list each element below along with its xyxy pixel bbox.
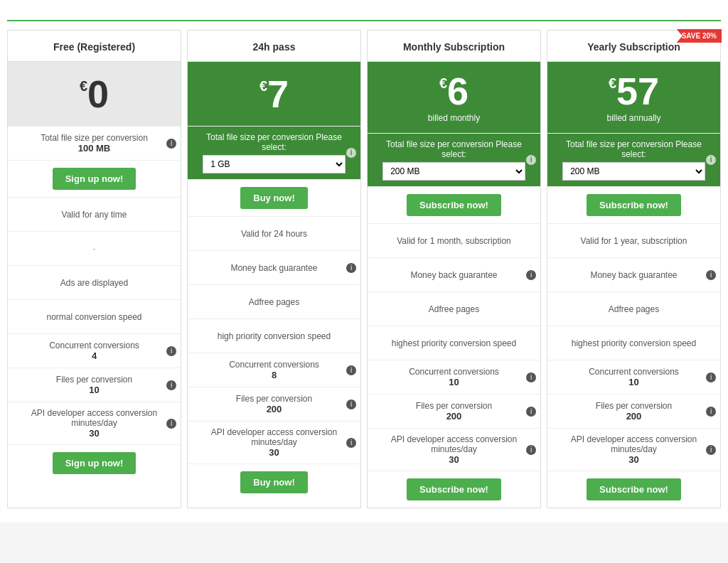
file-size-row-free: Total file size per conversioni100 MB (8, 126, 181, 160)
plan-card-24h: 24h pass€7Total file size per conversion… (187, 30, 361, 508)
price-box-yearly: €57billed annually (547, 62, 720, 133)
price-box-24h: €7 (188, 62, 360, 126)
adfree-row-free: Ads are displayed (8, 265, 181, 299)
btn-top-monthly[interactable]: Subscribe now! (407, 194, 501, 216)
concurrent-info-icon-24h[interactable]: i (346, 365, 356, 375)
api-info-icon-24h[interactable]: i (346, 438, 356, 448)
validity-row-24h: Valid for 24 hours (188, 216, 360, 250)
files-row-yearly: Files per conversion200i (547, 394, 720, 428)
concurrent-value-free: 4 (92, 350, 97, 361)
api-info-icon-yearly[interactable]: i (706, 445, 716, 455)
btn-bottom-24h[interactable]: Buy now! (240, 471, 308, 493)
concurrent-value-yearly: 10 (628, 377, 638, 387)
speed-row-free: normal conversion speed (8, 299, 181, 333)
price-main-monthly: €6 (439, 72, 469, 110)
btn-row-top-24h: Buy now! (188, 179, 360, 216)
concurrent-info-icon-monthly[interactable]: i (526, 372, 536, 382)
money-back-row-yearly: Money back guaranteei (547, 257, 720, 291)
money-back-info-icon-monthly[interactable]: i (526, 270, 536, 280)
api-value-monthly: 30 (449, 454, 459, 465)
files-value-yearly: 200 (626, 411, 642, 422)
file-size-info-icon-yearly[interactable]: i (706, 155, 716, 165)
file-size-label-free: Total file size per conversion (41, 133, 148, 143)
adfree-row-monthly: Adfree pages (368, 291, 540, 326)
files-label-monthly: Files per conversion (416, 401, 492, 411)
files-value-free: 10 (89, 385, 99, 395)
speed-text-yearly: highest priority conversion speed (572, 338, 696, 348)
btn-bottom-monthly[interactable]: Subscribe now! (407, 478, 501, 500)
btn-row-top-monthly: Subscribe now! (368, 186, 540, 223)
api-label-free: API developer access conversion minutes/… (15, 408, 173, 428)
file-size-label-24h: Total file size per conversion Please se… (195, 132, 353, 152)
api-value-yearly: 30 (628, 454, 638, 465)
api-info-icon-monthly[interactable]: i (526, 445, 536, 455)
files-label-free: Files per conversion (56, 375, 132, 385)
money-back-info-icon-24h[interactable]: i (346, 263, 356, 273)
price-currency-24h: € (259, 79, 267, 93)
concurrent-row-monthly: Concurrent conversions10i (368, 360, 540, 394)
price-sub-yearly: billed annually (606, 113, 660, 123)
adfree-row-yearly: Adfree pages (547, 291, 720, 326)
btn-row-top-yearly: Subscribe now! (547, 186, 720, 223)
file-size-select-monthly[interactable]: 200 MB (382, 162, 525, 181)
plans-grid: Free (Registered)€0Total file size per c… (7, 30, 721, 508)
money-back-info-icon-yearly[interactable]: i (706, 270, 716, 280)
concurrent-info-icon-yearly[interactable]: i (706, 372, 716, 382)
file-size-info-icon-24h[interactable]: i (346, 148, 356, 158)
price-main-yearly: €57 (609, 72, 659, 110)
save-badge: SAVE 20% (677, 29, 722, 43)
btn-top-yearly[interactable]: Subscribe now! (587, 194, 681, 216)
file-size-select-yearly[interactable]: 200 MB (562, 162, 705, 181)
file-size-select-24h[interactable]: 1 GB (203, 155, 346, 173)
file-size-label-yearly: Total file size per conversion Please se… (555, 139, 713, 159)
concurrent-info-icon-free[interactable]: i (166, 346, 176, 356)
files-info-icon-24h[interactable]: i (346, 400, 356, 409)
btn-row-bottom-monthly: Subscribe now! (368, 471, 540, 508)
api-label-yearly: API developer access conversion minutes/… (555, 434, 713, 454)
file-size-row-monthly: Total file size per conversion Please se… (368, 133, 540, 186)
price-main-24h: €7 (259, 75, 289, 113)
file-size-row-24h: Total file size per conversion Please se… (188, 126, 360, 179)
file-size-info-icon-monthly[interactable]: i (526, 155, 536, 165)
adfree-row-24h: Adfree pages (188, 284, 360, 318)
api-label-24h: API developer access conversion minutes/… (195, 427, 353, 447)
api-value-free: 30 (89, 428, 99, 439)
file-size-info-icon-free[interactable]: i (166, 139, 176, 149)
files-label-24h: Files per conversion (236, 394, 312, 404)
plan-card-monthly: Monthly Subscription€6billed monthlyTota… (367, 30, 541, 508)
api-info-icon-free[interactable]: i (166, 419, 176, 429)
file-size-value-free: 100 MB (78, 143, 111, 154)
price-box-free: €0 (8, 62, 181, 126)
concurrent-label-free: Concurrent conversions (49, 341, 139, 350)
files-label-yearly: Files per conversion (596, 401, 672, 411)
concurrent-value-24h: 8 (272, 370, 277, 380)
btn-top-24h[interactable]: Buy now! (240, 187, 308, 209)
money-back-text-24h: Money back guarantee (230, 263, 317, 273)
validity-text-yearly: Valid for 1 year, subscription (581, 236, 687, 246)
btn-bottom-free[interactable]: Sign up now! (53, 452, 136, 474)
money-back-text-free: - (93, 244, 96, 254)
speed-row-24h: high priority conversion speed (188, 318, 360, 353)
concurrent-row-24h: Concurrent conversions8i (188, 353, 360, 387)
price-sub-monthly: billed monthly (428, 113, 480, 123)
concurrent-value-monthly: 10 (449, 377, 459, 387)
concurrent-label-monthly: Concurrent conversions (409, 367, 499, 377)
btn-bottom-yearly[interactable]: Subscribe now! (587, 478, 681, 500)
speed-text-free: normal conversion speed (46, 312, 141, 322)
money-back-row-free: - (8, 231, 181, 265)
adfree-text-free: Ads are displayed (60, 278, 128, 288)
btn-top-free[interactable]: Sign up now! (53, 168, 136, 190)
price-currency-free: € (80, 79, 87, 93)
files-info-icon-free[interactable]: i (166, 380, 176, 390)
money-back-text-yearly: Money back guarantee (590, 270, 677, 280)
price-box-monthly: €6billed monthly (368, 62, 540, 133)
validity-text-24h: Valid for 24 hours (241, 229, 307, 239)
file-size-label-monthly: Total file size per conversion Please se… (375, 139, 533, 159)
money-back-row-24h: Money back guaranteei (188, 250, 360, 284)
adfree-text-monthly: Adfree pages (429, 304, 479, 314)
btn-row-bottom-24h: Buy now! (188, 463, 360, 500)
files-info-icon-monthly[interactable]: i (526, 407, 536, 417)
files-info-icon-yearly[interactable]: i (706, 407, 716, 417)
plan-card-yearly: SAVE 20%Yearly Subscription€57billed ann… (547, 30, 721, 508)
adfree-text-yearly: Adfree pages (609, 304, 659, 314)
